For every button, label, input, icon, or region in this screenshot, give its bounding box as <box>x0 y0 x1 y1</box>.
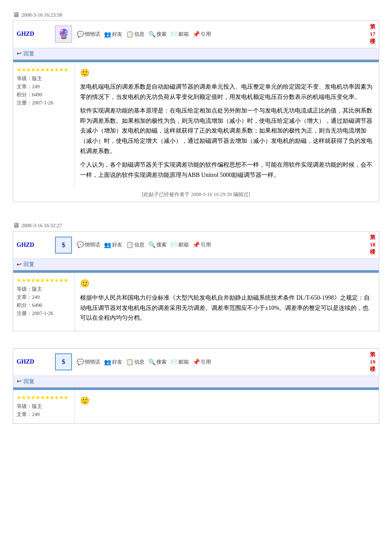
mail-label: 邮箱 <box>179 358 189 366</box>
talk-icon: 💬 <box>76 358 84 365</box>
info-label: 信息 <box>134 31 144 38</box>
reply-icon: ↩ <box>17 261 22 268</box>
search-label: 搜索 <box>156 241 167 249</box>
floor-number: 第 19 楼 <box>370 351 375 373</box>
post-actions: 💬悄悄话👥好友📋信息🔍搜索✉️邮箱📌引用 <box>76 358 370 366</box>
content-paragraph-1: 软件实现调差功能的基本原理是：在电压给定相加点处另外附加一个与发电机无功电流成正… <box>80 106 374 156</box>
action-mail[interactable]: ✉️邮箱 <box>170 241 189 249</box>
user-stars: ★★★★★★★★★★★ <box>17 277 71 284</box>
action-search[interactable]: 🔍搜索 <box>148 31 167 38</box>
action-friend[interactable]: 👥好友 <box>104 241 122 249</box>
action-info[interactable]: 📋信息 <box>126 358 144 366</box>
friend-label: 好友 <box>112 31 122 38</box>
search-label: 搜索 <box>156 31 167 38</box>
post-avatar: $ <box>55 353 72 370</box>
edit-note: [此贴子已经被作者于 2008-3-16 16:29:39 编辑过] <box>13 188 379 202</box>
mail-label: 邮箱 <box>179 241 189 249</box>
timestamp-bar-post17: 🖥2008-3-16 16:23:58 <box>13 9 379 20</box>
action-info[interactable]: 📋信息 <box>126 31 144 38</box>
reply-bar: ↩回复 <box>13 376 379 387</box>
post-header: GHZD$💬悄悄话👥好友📋信息🔍搜索✉️邮箱📌引用第 19 楼 <box>13 349 379 376</box>
action-talk[interactable]: 💬悄悄话 <box>76 31 100 38</box>
reply-icon: ↩ <box>17 378 22 385</box>
user-info-row-1: 文章：249 <box>17 294 71 301</box>
timestamp-bar-post18: 🖥2008-3-16 16:32:27 <box>13 219 379 231</box>
action-mail[interactable]: ✉️邮箱 <box>170 358 189 366</box>
info-icon: 📋 <box>126 242 133 249</box>
post-body: ★★★★★★★★★★★等级：版主文章：249积分：6490注册：2007-1-2… <box>13 62 379 188</box>
quote-label: 引用 <box>201 358 211 366</box>
friend-label: 好友 <box>112 358 122 366</box>
reply-bar: ↩回复 <box>13 259 379 270</box>
post-username[interactable]: GHZD <box>17 242 51 249</box>
action-info[interactable]: 📋信息 <box>126 241 144 249</box>
talk-label: 悄悄话 <box>85 31 100 38</box>
post-content: 🙂 <box>75 390 379 423</box>
reply-label[interactable]: 回复 <box>23 50 35 58</box>
reply-label[interactable]: 回复 <box>23 378 35 385</box>
smiley-face: 🙂 <box>80 66 374 80</box>
user-info-row-3: 注册：2007-1-26 <box>17 99 71 107</box>
post-username[interactable]: GHZD <box>17 358 51 365</box>
user-info-row-2: 积分：6490 <box>17 302 71 309</box>
action-friend[interactable]: 👥好友 <box>104 358 122 366</box>
timestamp-text: 2008-3-16 16:23:58 <box>21 12 62 18</box>
talk-icon: 💬 <box>76 242 84 249</box>
search-label: 搜索 <box>156 358 167 366</box>
mail-icon: ✉️ <box>170 31 178 38</box>
talk-label: 悄悄话 <box>85 241 100 249</box>
info-icon: 📋 <box>126 358 133 365</box>
floor-number: 第 18 楼 <box>370 234 375 256</box>
content-paragraph-0: 根据中华人民共和国电力行业标准《大型汽轮发电机自并励静止励磁系统技术条件 DL/… <box>80 293 374 323</box>
friend-icon: 👥 <box>104 358 111 365</box>
friend-icon: 👥 <box>104 31 111 38</box>
user-stars: ★★★★★★★★★★★ <box>17 66 71 73</box>
user-info-row-0: 等级：版主 <box>17 286 71 293</box>
info-icon: 📋 <box>126 31 133 38</box>
floor-number: 第 17 楼 <box>370 23 375 45</box>
post-header: GHZD$💬悄悄话👥好友📋信息🔍搜索✉️邮箱📌引用第 18 楼 <box>13 231 379 259</box>
talk-label: 悄悄话 <box>85 358 100 366</box>
user-info-sidebar: ★★★★★★★★★★★等级：版主文章：249积分：6490注册：2007-1-2… <box>13 273 75 331</box>
user-info-row-1: 文章：249 <box>17 411 71 418</box>
action-search[interactable]: 🔍搜索 <box>148 241 167 249</box>
friend-icon: 👥 <box>104 242 111 249</box>
user-stars: ★★★★★★★★★★★ <box>17 394 71 401</box>
smiley-face: 🙂 <box>80 277 374 290</box>
search-icon: 🔍 <box>148 358 156 365</box>
search-icon: 🔍 <box>148 31 156 38</box>
post-content: 🙂发电机端电压的调差系数是自动励磁调节器的调差单元投入、电压整定单元的给定固定不… <box>75 62 379 188</box>
post-username[interactable]: GHZD <box>17 31 51 38</box>
user-info-row-0: 等级：版主 <box>17 75 71 82</box>
post-body: ★★★★★★★★★★★等级：版主文章：249积分：6490注册：2007-1-2… <box>13 273 379 331</box>
talk-icon: 💬 <box>76 31 84 38</box>
content-paragraph-0: 发电机端电压的调差系数是自动励磁调节器的调差单元投入、电压整定单元的给定固定不变… <box>80 82 374 102</box>
quote-icon: 📌 <box>192 31 200 38</box>
post-actions: 💬悄悄话👥好友📋信息🔍搜索✉️邮箱📌引用 <box>76 241 370 249</box>
info-label: 信息 <box>134 358 144 366</box>
reply-label[interactable]: 回复 <box>23 260 35 268</box>
friend-label: 好友 <box>112 241 122 249</box>
action-quote[interactable]: 📌引用 <box>192 241 211 249</box>
action-search[interactable]: 🔍搜索 <box>148 358 167 366</box>
post-avatar: 🔮 <box>55 26 72 43</box>
computer-icon: 🖥 <box>13 222 20 229</box>
action-talk[interactable]: 💬悄悄话 <box>76 241 100 249</box>
post-actions: 💬悄悄话👥好友📋信息🔍搜索✉️邮箱📌引用 <box>76 31 370 38</box>
post-body: ★★★★★★★★★★★等级：版主文章：249🙂 <box>13 390 379 423</box>
action-quote[interactable]: 📌引用 <box>192 358 211 366</box>
info-label: 信息 <box>134 241 144 249</box>
action-talk[interactable]: 💬悄悄话 <box>76 358 100 366</box>
action-friend[interactable]: 👥好友 <box>104 31 122 38</box>
quote-label: 引用 <box>201 31 211 38</box>
user-info-sidebar: ★★★★★★★★★★★等级：版主文章：249 <box>13 390 75 423</box>
post-container-post18: GHZD$💬悄悄话👥好友📋信息🔍搜索✉️邮箱📌引用第 18 楼↩回复★★★★★★… <box>13 231 379 331</box>
user-info-row-2: 积分：6490 <box>17 91 71 98</box>
computer-icon: 🖥 <box>13 11 20 19</box>
smiley-face: 🙂 <box>80 394 374 408</box>
action-mail[interactable]: ✉️邮箱 <box>170 31 189 38</box>
mail-icon: ✉️ <box>170 242 178 249</box>
action-quote[interactable]: 📌引用 <box>192 31 211 38</box>
reply-icon: ↩ <box>17 50 22 57</box>
post-avatar: $ <box>55 237 72 254</box>
